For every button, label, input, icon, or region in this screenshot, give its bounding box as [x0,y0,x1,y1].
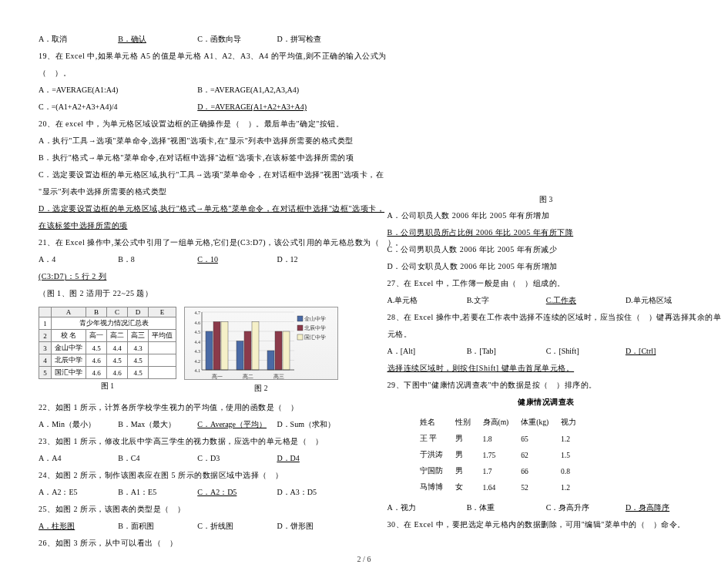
svg-text:国汇中学: 国汇中学 [304,334,326,340]
r2-c4 [149,354,176,367]
q18-c: C．函数向导 [197,31,277,48]
q22-stem: 22、如图 1 所示，计算各所学校学生视力的平均值，使用的函数是（ ） [39,399,357,416]
hr0-1: 男 [455,432,481,446]
q23-stem: 23、如图 1 所示，修改北辰中学高三学生的视力数据，应选中的单元格是（ ） [39,433,357,450]
svg-rect-23 [275,331,282,370]
q18-a: A．取消 [39,31,118,48]
figure-area: A B C D E 1 青少年视力情况汇总表 2 校 名 高一 高二 [39,307,357,396]
q27-stem: 27、在 Excel 中，工作簿一般是由（ ）组成的。 [387,275,706,292]
q30-stem: 30、在 Excel 中，要把选定单元格内的数据删除，可用"编辑"菜单中的（ ）… [387,516,706,533]
q18-b: B．确认 [118,31,197,48]
row4-num: 4 [39,354,52,367]
q27-c: C.工作表 [546,292,626,309]
q23-d: D．D4 [277,450,356,467]
svg-text:4.7: 4.7 [195,311,201,315]
hr3-3: 52 [521,480,559,495]
q19-stem: 19、在 Excel 中,如果单元格 A5 的值是单元格 A1、A2、A3、A4… [39,48,357,65]
col-blank [39,307,52,317]
r3-c1: 4.6 [86,367,107,379]
svg-rect-32 [297,334,303,340]
q22-b: B．Max（最大） [118,416,197,433]
q20-d2: 在该标签中选择所需的项 [39,217,357,234]
h-school: 校 名 [52,330,86,342]
svg-text:4.3: 4.3 [195,349,201,354]
col-c: C [107,307,128,317]
q27-options: A.单元格 B.文字 C.工作表 D.单元格区域 [387,292,706,309]
h-g3: 高三 [128,330,149,342]
q28-options: A．[Alt] B．[Tab] C．[Shift] D．[Ctrl] [387,343,706,360]
svg-text:金山中学: 金山中学 [304,316,326,321]
q21-c: C．10 [197,251,277,268]
h-g1: 高一 [86,330,107,342]
col-b: B [86,307,107,317]
spreadsheet-table: A B C D E 1 青少年视力情况汇总表 2 校 名 高一 高二 [39,307,176,379]
q22-c: C．Average（平均） [197,416,277,433]
q26-c: C．公司男职员人数 2006 年比 2005 年有所减少 [387,241,706,258]
q25-b: B．面积图 [118,518,197,535]
q24-b: B．A1：E5 [118,484,197,501]
q28-stem: 28、在 Excel 操作中,若要在工作表中选择不连续的区域时，应当按住（ ）键… [387,309,706,326]
q19-a: A．=AVERAGE(A1:A4) [39,82,197,99]
svg-rect-20 [252,322,259,371]
hr3-4: 1.2 [561,480,587,495]
h-g2: 高二 [107,330,128,342]
q26-stem: 26、如图 3 所示，从中可以看出（ ） [39,535,357,552]
q24-stem: 24、如图 2 所示，制作该图表应在图 5 所示的数据区域中选择（ ） [39,467,357,484]
hh-4: 视力 [561,415,587,430]
q21-b: B．8 [118,251,197,268]
hr3-2: 1.64 [483,480,520,495]
fig3-caption: 图 3 [387,193,706,207]
right-column: 图 3 A．公司职员人数 2006 年比 2005 年有所增加 B．公司男职员所… [387,31,706,552]
q25-a: A．柱形图 [39,518,118,535]
hr3-0: 马博博 [420,480,454,495]
svg-text:4.5: 4.5 [195,330,201,334]
q24-c: C．A2：D5 [197,484,277,501]
q29-c: C．身高升序 [546,499,626,516]
q26-b: B．公司男职员所占比例 2006 年比 2005 年有所下降 [387,224,706,241]
q25-stem: 25、如图 2 所示，该图表的类型是（ ） [39,501,357,518]
q21-a: A．4 [39,251,118,268]
hr0-3: 65 [521,432,559,446]
q26-d: D．公司女职员人数 2006 年比 2005 年有所增加 [387,258,706,275]
q23-options: A．A4 B．C4 C．D3 D．D4 [39,450,357,467]
spreadsheet-table-wrap: A B C D E 1 青少年视力情况汇总表 2 校 名 高一 高二 [39,307,176,394]
q28-note: 选择连续区域时，则按住[Shift] 键单击首尾单元格。 [387,360,706,377]
hh-2: 身高(m) [483,415,520,430]
svg-text:4.6: 4.6 [195,321,201,325]
q19-d: D．=AVERAGE(A1+A2+A3+A4) [197,99,356,116]
svg-rect-24 [283,331,290,370]
hh-1: 性别 [455,415,481,430]
q20-c2: "显示"列表中选择所需要的格式类型 [39,183,357,200]
q19-c: C．=(A1+A2+A3+A4)/4 [39,99,197,116]
svg-rect-15 [213,322,220,371]
r1-c2: 4.4 [107,342,128,354]
hr0-2: 1.8 [483,432,520,446]
r2-c0: 北辰中学 [52,354,86,367]
svg-rect-14 [206,331,213,370]
fig1-caption: 图 1 [39,379,176,394]
hh-3: 体重(kg) [521,415,559,430]
svg-rect-16 [221,322,228,371]
hr2-1: 男 [455,464,481,479]
col-a: A [52,307,86,317]
q29-options: A．视力 B．体重 C．身高升序 D．身高降序 [387,499,706,516]
hr1-3: 62 [521,448,559,462]
hr2-2: 1.7 [483,464,520,479]
left-column: A．取消 B．确认 C．函数向导 D．拼写检查 19、在 Excel 中,如果单… [39,31,357,552]
svg-text:高三: 高三 [273,374,284,380]
q19-stem2: （ ）。 [39,65,357,82]
q29-d: D．身高降序 [626,499,705,516]
hh-0: 姓名 [420,415,454,430]
q26-a: A．公司职员人数 2006 年比 2005 年有所增加 [387,207,706,224]
hr1-0: 于洪涛 [420,448,454,462]
r2-c3: 4.5 [128,354,149,367]
q27-d: D.单元格区域 [626,292,705,309]
bar-chart-wrap: 4.14.24.34.44.54.64.7高一高二高三金山中学北辰中学国汇中学 … [184,307,338,396]
hr3-1: 女 [455,480,481,495]
q19-b: B．=AVERAGE(A1,A2,A3,A4) [197,82,356,99]
svg-rect-19 [244,331,251,370]
bar-chart: 4.14.24.34.44.54.64.7高一高二高三金山中学北辰中学国汇中学 [184,307,338,380]
hr0-4: 1.2 [561,432,587,446]
q28-stem2: 元格。 [387,326,706,343]
svg-text:高二: 高二 [243,374,253,380]
